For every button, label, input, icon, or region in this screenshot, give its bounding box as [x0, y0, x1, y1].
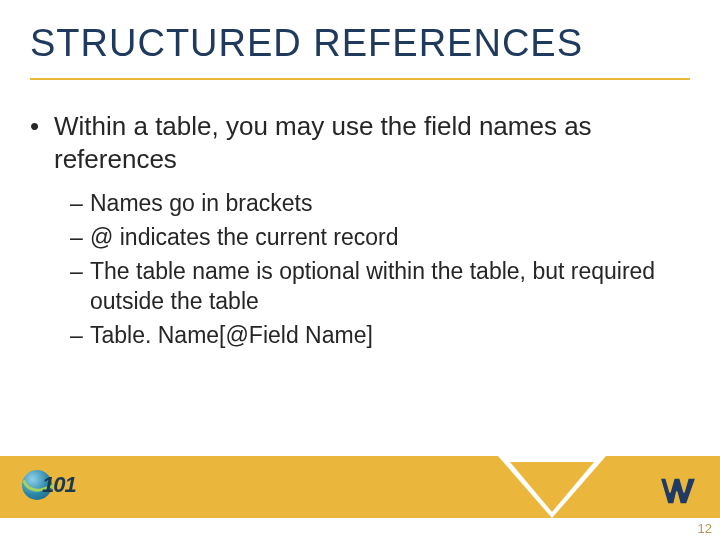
course-101-logo-icon: 101 — [22, 466, 74, 510]
dash-icon: – — [70, 189, 90, 219]
content-area: • Within a table, you may use the field … — [30, 110, 670, 354]
wvu-flying-wv-logo-icon — [658, 470, 698, 510]
slide: STRUCTURED REFERENCES • Within a table, … — [0, 0, 720, 540]
slide-title: STRUCTURED REFERENCES — [30, 22, 583, 65]
logo-101-text: 101 — [42, 472, 76, 498]
sub-bullet-text: @ indicates the current record — [90, 223, 670, 253]
title-underline — [30, 78, 690, 80]
sub-bullets: – Names go in brackets – @ indicates the… — [70, 189, 670, 350]
sub-bullet-text: Names go in brackets — [90, 189, 670, 219]
sub-bullet-text: Table. Name[@Field Name] — [90, 321, 670, 351]
sub-bullet-text: The table name is optional within the ta… — [90, 257, 670, 317]
sub-bullet: – Table. Name[@Field Name] — [70, 321, 670, 351]
sub-bullet: – @ indicates the current record — [70, 223, 670, 253]
sub-bullet: – Names go in brackets — [70, 189, 670, 219]
chevron-down-inner-icon — [510, 462, 594, 512]
dash-icon: – — [70, 223, 90, 253]
bullet-dot-icon: • — [30, 110, 54, 175]
bullet-level1: • Within a table, you may use the field … — [30, 110, 670, 175]
page-number: 12 — [698, 521, 712, 536]
sub-bullet: – The table name is optional within the … — [70, 257, 670, 317]
dash-icon: – — [70, 321, 90, 351]
bullet-text: Within a table, you may use the field na… — [54, 110, 670, 175]
footer-band — [0, 456, 720, 518]
dash-icon: – — [70, 257, 90, 317]
